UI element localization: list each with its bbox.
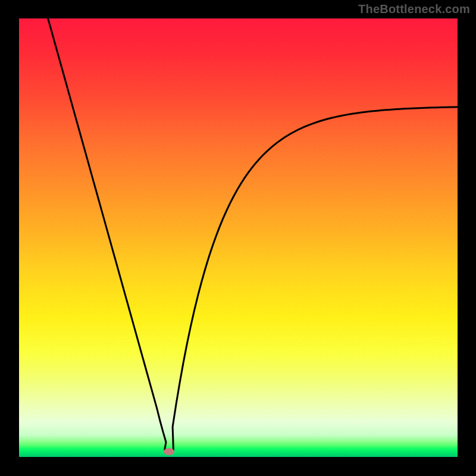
watermark-label: TheBottleneck.com (358, 2, 470, 16)
chart-container: TheBottleneck.com (0, 0, 476, 476)
plot-background (19, 18, 458, 457)
